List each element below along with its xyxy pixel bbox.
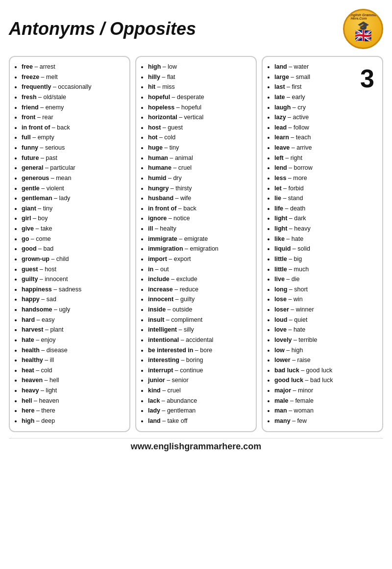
- list-item: harvest – plant: [22, 325, 124, 335]
- list-item: like – hate: [274, 234, 360, 244]
- list-item: hopeless – hopeful: [148, 103, 251, 113]
- column-3-top: land – waterlarge – smalllast – firstlat…: [266, 62, 377, 426]
- column-1: free – arrestfreeze – meltfrequently – o…: [9, 56, 130, 432]
- list-item: hungry – thirsty: [148, 183, 251, 194]
- list-item: high – deep: [22, 416, 124, 426]
- list-item: in – out: [148, 264, 251, 275]
- list-item: ill – healty: [148, 224, 251, 234]
- logo-flag-icon: 🇬🇧: [355, 27, 372, 44]
- list-item: hilly – flat: [148, 72, 251, 82]
- list-item: funny – serious: [22, 143, 124, 153]
- footer-url: www.englishgrammarhere.com: [131, 441, 261, 451]
- main-content: free – arrestfreeze – meltfrequently – o…: [9, 56, 383, 432]
- list-item: lie – stand: [274, 193, 360, 204]
- logo-text: English Grammar Here.Com: [349, 13, 377, 20]
- list-item: bad luck – good luck: [274, 365, 360, 376]
- list-item: long – short: [274, 284, 360, 295]
- list-item: include – exclude: [148, 274, 251, 284]
- list-item: free – arrest: [22, 62, 124, 72]
- list-item: heaven – hell: [22, 375, 124, 386]
- list-item: immigration – emigration: [148, 244, 251, 254]
- footer: www.englishgrammarhere.com: [9, 438, 383, 452]
- list-item: good – bad: [22, 244, 124, 254]
- list-item: lady – gentleman: [148, 406, 251, 416]
- list-item: guilty – innocent: [22, 274, 124, 284]
- list-item: freeze – melt: [22, 72, 124, 82]
- list-item: learn – teach: [274, 132, 360, 143]
- list-item: horizontal – vertical: [148, 112, 251, 123]
- list-item: low – high: [274, 345, 360, 356]
- list-item: hell – heaven: [22, 396, 124, 406]
- column-3: land – waterlarge – smalllast – firstlat…: [262, 56, 383, 432]
- list-item: humane – cruel: [148, 163, 251, 173]
- list-item: liquid – solid: [274, 244, 360, 254]
- list-item: laugh – cry: [274, 103, 360, 113]
- list-item: girl – boy: [22, 213, 124, 224]
- list-item: intelligent – silly: [148, 325, 251, 335]
- list-item: loud – quiet: [274, 315, 360, 325]
- column-2-list: high – lowhilly – flathit – misshopeful …: [139, 62, 251, 426]
- list-item: live – die: [274, 274, 360, 284]
- list-item: left – right: [274, 153, 360, 163]
- list-item: little – big: [274, 254, 360, 264]
- page-header: Antonyms / Opposites English Grammar Her…: [9, 9, 383, 49]
- list-item: gentle – violent: [22, 183, 124, 194]
- list-item: male – female: [274, 396, 360, 406]
- list-item: interrupt – continue: [148, 365, 251, 376]
- list-item: life – death: [274, 204, 360, 214]
- column-3-list: land – waterlarge – smalllast – firstlat…: [266, 62, 360, 426]
- list-item: intentional – accidental: [148, 335, 251, 345]
- list-item: interesting – boring: [148, 355, 251, 365]
- list-item: lack – abundance: [148, 396, 251, 406]
- column-2: high – lowhilly – flathit – misshopeful …: [135, 56, 257, 432]
- list-item: high – low: [148, 62, 251, 72]
- list-item: import – export: [148, 254, 251, 264]
- list-item: innocent – guilty: [148, 294, 251, 305]
- list-item: lower – raise: [274, 355, 360, 365]
- list-item: last – first: [274, 82, 360, 92]
- list-item: happy – sad: [22, 294, 124, 305]
- list-item: little – much: [274, 264, 360, 275]
- list-item: give – take: [22, 224, 124, 234]
- list-item: heat – cold: [22, 365, 124, 376]
- list-item: let – forbid: [274, 183, 360, 194]
- list-item: fresh – old/stale: [22, 92, 124, 103]
- list-item: generous – mean: [22, 173, 124, 183]
- column-1-list: free – arrestfreeze – meltfrequently – o…: [13, 62, 124, 426]
- list-item: loser – winner: [274, 305, 360, 315]
- list-item: general – particular: [22, 163, 124, 173]
- list-item: full – empty: [22, 132, 124, 143]
- list-item: many – few: [274, 416, 360, 426]
- list-item: hit – miss: [148, 82, 251, 92]
- list-item: lazy – active: [274, 112, 360, 123]
- list-item: hot – cold: [148, 132, 251, 143]
- list-item: increase – reduce: [148, 284, 251, 295]
- list-item: frequently – occasionally: [22, 82, 124, 92]
- list-item: husband – wife: [148, 193, 251, 204]
- list-item: man – woman: [274, 406, 360, 416]
- list-item: late – early: [274, 92, 360, 103]
- list-item: giant – tiny: [22, 204, 124, 214]
- list-item: hopeful – desperate: [148, 92, 251, 103]
- list-item: lead – follow: [274, 123, 360, 133]
- list-item: land – water: [274, 62, 360, 72]
- list-item: major – minor: [274, 386, 360, 396]
- list-item: heavy – light: [22, 386, 124, 396]
- list-item: large – small: [274, 72, 360, 82]
- list-item: lose – win: [274, 294, 360, 305]
- list-item: love – hate: [274, 325, 360, 335]
- list-item: in front of – back: [22, 123, 124, 133]
- list-item: lend – borrow: [274, 163, 360, 173]
- list-item: future – past: [22, 153, 124, 163]
- list-item: lovely – terrible: [274, 335, 360, 345]
- list-item: kind – cruel: [148, 386, 251, 396]
- list-item: insult – compliment: [148, 315, 251, 325]
- list-item: host – guest: [148, 123, 251, 133]
- list-item: leave – arrive: [274, 143, 360, 153]
- list-item: healthy – ill: [22, 355, 124, 365]
- list-item: in front of – back: [148, 204, 251, 214]
- list-item: friend – enemy: [22, 103, 124, 113]
- list-item: grown-up – child: [22, 254, 124, 264]
- list-item: land – take off: [148, 416, 251, 426]
- list-item: be interested in – bore: [148, 345, 251, 356]
